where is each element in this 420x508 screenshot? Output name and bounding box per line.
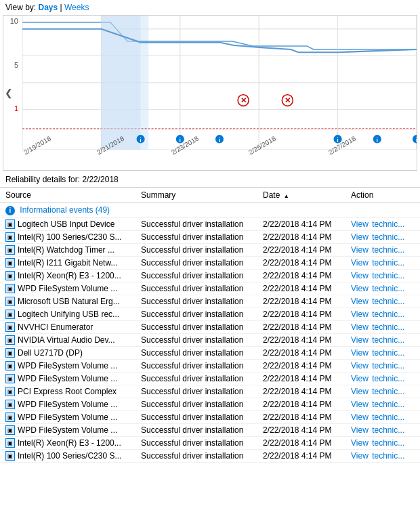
table-row[interactable]: ▣WPD FileSystem Volume ...Successful dri… <box>0 372 420 385</box>
summary-cell: Successful driver installation <box>135 320 257 333</box>
source-icon: ▣ <box>5 387 15 396</box>
col-header-action[interactable]: Action <box>345 188 420 203</box>
action-cell[interactable]: View technic... <box>345 320 420 333</box>
source-text: Logitech Unifying USB rec... <box>18 310 119 319</box>
table-row[interactable]: ▣Intel(R) Xeon(R) E3 - 1200...Successful… <box>0 269 420 282</box>
col-header-date[interactable]: Date ▲ <box>257 188 345 203</box>
view-link[interactable]: View <box>351 451 369 461</box>
technic-link[interactable]: technic... <box>372 258 404 268</box>
table-row[interactable]: ▣WPD FileSystem Volume ...Successful dri… <box>0 410 420 423</box>
table-row[interactable]: ▣Dell U2717D (DP)Successful driver insta… <box>0 346 420 359</box>
table-row[interactable]: ▣Intel(R) 100 Series/C230 S...Successful… <box>0 230 420 243</box>
table-row[interactable]: ▣WPD FileSystem Volume ...Successful dri… <box>0 359 420 372</box>
summary-cell: Successful driver installation <box>135 385 257 398</box>
view-link[interactable]: View <box>351 335 369 345</box>
table-row[interactable]: ▣Intel(R) I211 Gigabit Netw...Successful… <box>0 256 420 269</box>
table-row[interactable]: ▣NVIDIA Virtual Audio Dev...Successful d… <box>0 333 420 346</box>
technic-link[interactable]: technic... <box>372 284 404 293</box>
table-row[interactable]: ▣NVVHCI EnumeratorSuccessful driver inst… <box>0 320 420 333</box>
table-row[interactable]: ▣Microsoft USB Natural Erg...Successful … <box>0 295 420 308</box>
action-cell[interactable]: View technic... <box>345 282 420 295</box>
table-row[interactable]: ▣WPD FileSystem Volume ...Successful dri… <box>0 282 420 295</box>
technic-link[interactable]: technic... <box>372 219 404 229</box>
view-link[interactable]: View <box>351 438 369 448</box>
action-cell[interactable]: View technic... <box>345 308 420 320</box>
view-link[interactable]: View <box>351 361 369 371</box>
summary-cell: Successful driver installation <box>135 308 257 320</box>
view-link[interactable]: View <box>351 387 369 396</box>
action-cell[interactable]: View technic... <box>345 256 420 269</box>
action-cell[interactable]: View technic... <box>345 230 420 243</box>
action-cell[interactable]: View technic... <box>345 243 420 256</box>
technic-link[interactable]: technic... <box>372 232 404 242</box>
action-cell[interactable]: View technic... <box>345 372 420 385</box>
date-cell: 2/22/2018 4:14 PM <box>257 436 345 449</box>
action-cell[interactable]: View technic... <box>345 423 420 436</box>
technic-link[interactable]: technic... <box>372 374 404 383</box>
col-header-source[interactable]: Source <box>0 188 135 203</box>
action-cell[interactable]: View technic... <box>345 436 420 449</box>
technic-link[interactable]: technic... <box>372 400 404 409</box>
view-link[interactable]: View <box>351 245 369 255</box>
source-cell: ▣Intel(R) Watchdog Timer ... <box>0 243 135 256</box>
summary-cell: Successful driver installation <box>135 333 257 346</box>
table-row[interactable]: ▣WPD FileSystem Volume ...Successful dri… <box>0 423 420 436</box>
technic-link[interactable]: technic... <box>372 245 404 255</box>
info-events-label: Informational events (49) <box>20 205 110 215</box>
view-link[interactable]: View <box>351 284 369 293</box>
action-cell[interactable]: View technic... <box>345 217 420 230</box>
table-row[interactable]: ▣Logitech Unifying USB rec...Successful … <box>0 308 420 320</box>
technic-link[interactable]: technic... <box>372 387 404 396</box>
source-cell: ▣NVVHCI Enumerator <box>0 320 135 333</box>
technic-link[interactable]: technic... <box>372 348 404 358</box>
view-link[interactable]: View <box>351 425 369 435</box>
technic-link[interactable]: technic... <box>372 425 404 435</box>
action-cell[interactable]: View technic... <box>345 346 420 359</box>
view-link[interactable]: View <box>351 400 369 409</box>
table-row[interactable]: ▣WPD FileSystem Volume ...Successful dri… <box>0 398 420 410</box>
view-link[interactable]: View <box>351 219 369 229</box>
action-cell[interactable]: View technic... <box>345 398 420 410</box>
view-link[interactable]: View <box>351 310 369 319</box>
technic-link[interactable]: technic... <box>372 412 404 422</box>
svg-text:i: i <box>140 136 142 143</box>
table-row[interactable]: ▣Intel(R) 100 Series/C230 S...Successful… <box>0 449 420 462</box>
view-link[interactable]: View <box>351 258 369 268</box>
source-icon: ▣ <box>5 374 15 383</box>
technic-link[interactable]: technic... <box>372 310 404 319</box>
technic-link[interactable]: technic... <box>372 322 404 332</box>
view-link[interactable]: View <box>351 322 369 332</box>
view-link[interactable]: View <box>351 348 369 358</box>
svg-text:✕: ✕ <box>240 96 247 104</box>
y-label-10: 10 <box>5 17 21 25</box>
table-row[interactable]: ▣Logitech USB Input DeviceSuccessful dri… <box>0 217 420 230</box>
action-cell[interactable]: View technic... <box>345 385 420 398</box>
date-cell: 2/22/2018 4:14 PM <box>257 372 345 385</box>
action-cell[interactable]: View technic... <box>345 410 420 423</box>
table-row[interactable]: ▣Intel(R) Watchdog Timer ...Successful d… <box>0 243 420 256</box>
view-link[interactable]: View <box>351 297 369 306</box>
technic-link[interactable]: technic... <box>372 271 404 280</box>
col-header-summary[interactable]: Summary <box>135 188 257 203</box>
technic-link[interactable]: technic... <box>372 438 404 448</box>
view-link[interactable]: View <box>351 412 369 422</box>
chart-scroll-left[interactable]: ❮ <box>5 87 13 98</box>
view-link[interactable]: View <box>351 232 369 242</box>
technic-link[interactable]: technic... <box>372 451 404 461</box>
technic-link[interactable]: technic... <box>372 361 404 371</box>
action-cell[interactable]: View technic... <box>345 449 420 462</box>
view-by-weeks[interactable]: Weeks <box>64 3 89 12</box>
action-cell[interactable]: View technic... <box>345 295 420 308</box>
date-cell: 2/22/2018 4:14 PM <box>257 449 345 462</box>
technic-link[interactable]: technic... <box>372 335 404 345</box>
table-row[interactable]: ▣PCI Express Root ComplexSuccessful driv… <box>0 385 420 398</box>
date-cell: 2/22/2018 4:14 PM <box>257 308 345 320</box>
action-cell[interactable]: View technic... <box>345 269 420 282</box>
view-link[interactable]: View <box>351 374 369 383</box>
table-row[interactable]: ▣Intel(R) Xeon(R) E3 - 1200...Successful… <box>0 436 420 449</box>
view-by-days[interactable]: Days <box>38 3 58 12</box>
view-link[interactable]: View <box>351 271 369 280</box>
action-cell[interactable]: View technic... <box>345 359 420 372</box>
technic-link[interactable]: technic... <box>372 297 404 306</box>
action-cell[interactable]: View technic... <box>345 333 420 346</box>
